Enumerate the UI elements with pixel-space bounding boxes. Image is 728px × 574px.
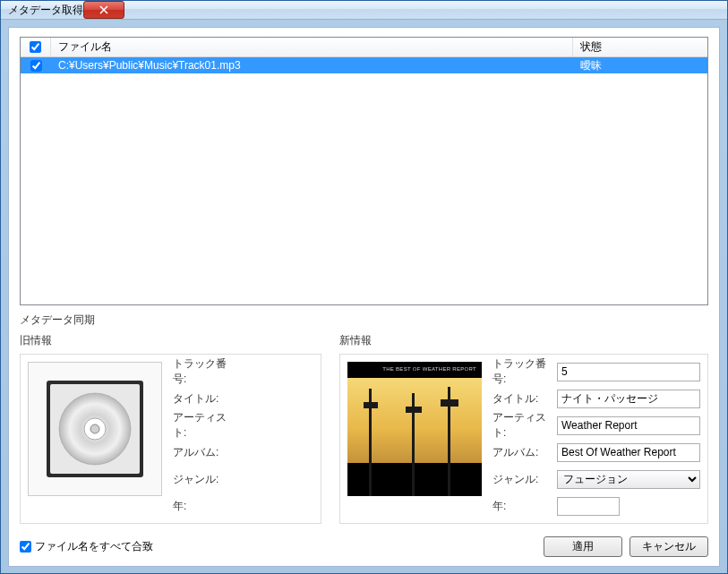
meta-section: 旧情報 — [20, 333, 708, 524]
new-album-input[interactable] — [557, 443, 700, 462]
header-status[interactable]: 状態 — [573, 38, 707, 56]
match-all-text: ファイル名をすべて合致 — [35, 539, 153, 554]
apply-button[interactable]: 適用 — [544, 536, 622, 557]
old-info-title: 旧情報 — [20, 333, 321, 348]
old-genre-label: ジャンル: — [173, 472, 237, 487]
content-area: ファイル名 状態 C:¥Users¥Public¥Music¥Track01.m… — [8, 27, 720, 567]
list-header: ファイル名 状態 — [21, 38, 707, 57]
file-list: ファイル名 状態 C:¥Users¥Public¥Music¥Track01.m… — [20, 37, 708, 305]
new-title-label: タイトル: — [492, 391, 557, 407]
album-art-text: THE BEST OF WEATHER REPORT — [382, 366, 476, 372]
new-year-input[interactable] — [557, 497, 620, 516]
header-filename[interactable]: ファイル名 — [51, 38, 573, 56]
close-button[interactable] — [83, 1, 124, 19]
footer: ファイル名をすべて合致 適用 キャンセル — [20, 536, 708, 557]
new-info-body: THE BEST OF WEATHER REPORT トラック番号: タイトル:… — [339, 354, 708, 524]
new-info-title: 新情報 — [339, 333, 708, 348]
match-all-label[interactable]: ファイル名をすべて合致 — [20, 539, 153, 554]
new-album-label: アルバム: — [492, 445, 557, 460]
row-checkbox[interactable] — [30, 60, 42, 72]
window-title: メタデータ取得 — [8, 3, 83, 18]
old-track-label: トラック番号: — [173, 356, 237, 387]
new-album-art: THE BEST OF WEATHER REPORT — [347, 362, 482, 496]
svg-point-4 — [90, 424, 99, 433]
header-checkbox-col — [21, 38, 51, 56]
new-fields: トラック番号: タイトル: アーティスト: アルバム: ジャンル:フュージョン … — [492, 362, 700, 516]
match-all-checkbox[interactable] — [20, 541, 31, 553]
new-year-label: 年: — [492, 499, 557, 514]
new-genre-label: ジャンル: — [492, 472, 557, 487]
titlebar: メタデータ取得 — [1, 1, 727, 20]
cd-icon — [41, 375, 149, 483]
table-row[interactable]: C:¥Users¥Public¥Music¥Track01.mp3 曖昧 — [21, 57, 707, 73]
new-artist-label: アーティスト: — [492, 410, 557, 441]
old-fields: トラック番号: タイトル: アーティスト: アルバム: ジャンル: 年: — [173, 362, 313, 516]
cancel-button[interactable]: キャンセル — [630, 536, 708, 557]
new-title-input[interactable] — [557, 390, 700, 408]
new-artist-input[interactable] — [557, 416, 700, 435]
new-track-input[interactable] — [557, 363, 700, 381]
old-info-column: 旧情報 — [20, 333, 321, 524]
new-info-column: 新情報 THE BEST OF WEATHER REPORT トラック番号: タ… — [339, 333, 708, 524]
close-icon — [99, 5, 108, 14]
select-all-checkbox[interactable] — [30, 41, 41, 53]
old-info-body: トラック番号: タイトル: アーティスト: アルバム: ジャンル: 年: — [20, 354, 321, 524]
old-album-label: アルバム: — [173, 445, 237, 460]
old-title-label: タイトル: — [173, 391, 237, 407]
old-year-label: 年: — [173, 499, 237, 514]
row-status: 曖昧 — [573, 58, 707, 73]
old-artist-label: アーティスト: — [173, 410, 237, 441]
new-track-label: トラック番号: — [492, 356, 557, 387]
row-filename: C:¥Users¥Public¥Music¥Track01.mp3 — [51, 59, 573, 72]
list-body: C:¥Users¥Public¥Music¥Track01.mp3 曖昧 — [21, 57, 707, 304]
old-album-art — [28, 362, 162, 496]
sync-label: メタデータ同期 — [20, 313, 708, 328]
new-genre-select[interactable]: フュージョン — [557, 470, 700, 489]
